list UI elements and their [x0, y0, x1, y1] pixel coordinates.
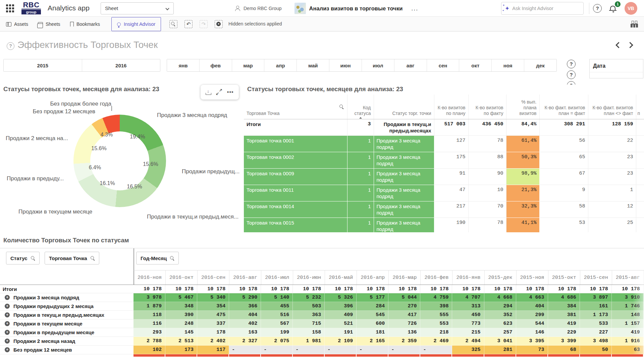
pivot-col-header-12[interactable]: 2015-ноя: [517, 270, 548, 285]
sheets-button[interactable]: Sheets: [36, 17, 62, 31]
table-cell-status[interactable]: Продажи 3 месяца подряд: [374, 135, 434, 152]
pivot-col-header-1[interactable]: 2016-окт: [166, 270, 198, 285]
smart-search-button[interactable]: [169, 20, 177, 28]
table-cell-name[interactable]: Торговая точка 0014: [244, 201, 347, 218]
table-cell-code[interactable]: 1: [347, 168, 374, 185]
pivot-col-header-15[interactable]: 2015-авг: [612, 270, 644, 285]
pivot-col-header-2[interactable]: 2016-сен: [198, 270, 229, 285]
pivot-row-label[interactable]: +Продажи в предыдущем месяце: [0, 328, 133, 337]
previous-sheet-button[interactable]: [615, 42, 622, 48]
table-col-header-6[interactable]: К-во факт. визитов план = факт: [539, 95, 588, 119]
expand-row-icon[interactable]: +: [5, 347, 10, 352]
table-col-header-4[interactable]: К-во визитов по факту: [468, 95, 506, 119]
pivot-col-button[interactable]: Год-Месяц: [136, 252, 179, 264]
month-filter-6[interactable]: июн: [329, 59, 362, 71]
pivot-col-header-11[interactable]: 2015-дек: [485, 270, 517, 285]
help-icon[interactable]: ?: [593, 4, 602, 13]
more-options-icon[interactable]: •••: [227, 89, 234, 95]
expand-icon[interactable]: [216, 89, 222, 95]
month-filter-4[interactable]: апр: [264, 59, 297, 71]
table-cell-name[interactable]: Торговая точка 0001: [244, 135, 347, 152]
table-col-header-3[interactable]: К-во визитов по плану: [434, 95, 468, 119]
month-filter-11[interactable]: ноя: [492, 59, 524, 71]
table-cell-status[interactable]: Продажи 3 месяца подряд: [374, 185, 434, 201]
step-back-button[interactable]: ↶: [184, 20, 193, 28]
table-cell-status[interactable]: Продажи 3 месяца подряд: [374, 168, 434, 185]
ask-insight-advisor-input[interactable]: [512, 6, 569, 11]
pivot-row-label[interactable]: +Продажи предыдущих 2 месяца: [0, 302, 133, 311]
status-table[interactable]: Торговая ТочкаКод статусаСтатус торг. то…: [244, 95, 644, 232]
month-filter-10[interactable]: окт: [459, 59, 492, 71]
notifications-bell-icon[interactable]: 1: [609, 4, 619, 13]
app-grid-menu-icon[interactable]: [6, 4, 14, 12]
table-col-header-2[interactable]: Статус торг. точки: [374, 95, 434, 119]
expand-row-icon[interactable]: +: [5, 330, 10, 335]
table-cell-code[interactable]: 1: [347, 135, 374, 152]
month-filter-2[interactable]: фев: [200, 59, 232, 71]
month-filter-3[interactable]: мар: [232, 59, 265, 71]
month-filter-9[interactable]: сен: [427, 59, 460, 71]
year-filter-2016[interactable]: 2016: [82, 59, 160, 71]
table-cell-code[interactable]: 1: [347, 185, 374, 201]
pivot-col-header-13[interactable]: 2015-окт: [548, 270, 580, 285]
month-filter-12[interactable]: дек: [524, 59, 556, 71]
clear-selections-button[interactable]: ✕: [215, 20, 223, 28]
sheet-grid-view-icon[interactable]: [631, 21, 638, 27]
filter-help-icon-1[interactable]: ?: [567, 60, 576, 68]
month-filter-7[interactable]: июл: [362, 59, 394, 71]
pivot-row-label[interactable]: +Без продаж 12 месяцев: [0, 346, 133, 354]
filter-help-icon-2[interactable]: ?: [567, 70, 576, 79]
ask-insight-advisor-box[interactable]: ✦: [501, 2, 584, 15]
month-filter-8[interactable]: авг: [394, 59, 427, 71]
table-col-header-5[interactable]: % вып. плана визитов: [506, 95, 539, 119]
pivot-col-header-5[interactable]: 2016-июн: [293, 270, 325, 285]
pivot-col-header-4[interactable]: 2016-июл: [261, 270, 293, 285]
expand-row-icon[interactable]: +: [5, 312, 10, 317]
step-forward-button[interactable]: ↷: [200, 20, 208, 28]
pivot-col-header-14[interactable]: 2015-сен: [580, 270, 612, 285]
pivot-row-label[interactable]: +Продажи 3 месяца подряд: [0, 293, 133, 302]
insight-advisor-button[interactable]: Insight Advisor: [111, 17, 161, 31]
pivot-row-label[interactable]: +Продажи 2 месяца назад: [0, 337, 133, 346]
table-cell-name[interactable]: Торговая точка 0002: [244, 152, 347, 168]
sheet-selector-dropdown[interactable]: Sheet: [101, 2, 174, 14]
table-col-header-0[interactable]: Торговая Точка: [244, 95, 347, 119]
table-cell-status[interactable]: Продажи 3 месяца подряд: [374, 152, 434, 168]
table-col-header-1[interactable]: Код статуса: [347, 95, 374, 119]
pivot-col-header-6[interactable]: 2016-май: [325, 270, 357, 285]
pivot-dim-button-1[interactable]: Торговая Точка: [45, 252, 99, 264]
table-cell-status[interactable]: Продажи 3 месяца подряд: [374, 201, 434, 218]
table-cell-name[interactable]: Торговая точка 0015: [244, 218, 347, 232]
pivot-col-header-0[interactable]: 2016-ноя: [134, 270, 166, 285]
table-cell-status[interactable]: Продажи 3 месяца подряд: [374, 218, 434, 232]
pivot-col-header-10[interactable]: 2016-янв: [452, 270, 484, 285]
table-cell-code[interactable]: 1: [347, 201, 374, 218]
expand-row-icon[interactable]: +: [5, 321, 10, 326]
pivot-col-header-3[interactable]: 2016-авг: [229, 270, 261, 285]
assets-button[interactable]: Assets: [4, 17, 30, 31]
pivot-col-header-9[interactable]: 2016-фев: [421, 270, 452, 285]
search-icon[interactable]: [91, 256, 95, 260]
search-icon[interactable]: [339, 105, 344, 109]
pivot-col-header-8[interactable]: 2016-мар: [389, 270, 421, 285]
table-col-header-7[interactable]: К-во факт. визитов план <> факт: [588, 95, 636, 119]
date-listbox[interactable]: Дата: [589, 59, 643, 78]
pivot-row-label[interactable]: +Продажи в текущ.и предыд.месяцах: [0, 311, 133, 319]
document-more-button[interactable]: ...: [411, 5, 418, 12]
pivot-dim-button-0[interactable]: Статус: [6, 252, 40, 264]
table-cell-code[interactable]: 1: [347, 218, 374, 232]
download-icon[interactable]: [206, 89, 211, 95]
table-cell-name[interactable]: Торговая точка 0009: [244, 168, 347, 185]
expand-row-icon[interactable]: +: [5, 304, 10, 309]
expand-row-icon[interactable]: +: [5, 295, 10, 300]
month-filter-1[interactable]: янв: [167, 59, 200, 71]
search-icon[interactable]: [170, 256, 174, 260]
table-col-header-8[interactable]: п: [636, 95, 644, 119]
expand-row-icon[interactable]: +: [5, 339, 10, 344]
table-cell-code[interactable]: 1: [347, 152, 374, 168]
next-sheet-button[interactable]: [627, 42, 633, 48]
year-filter-2015[interactable]: 2015: [4, 59, 82, 71]
table-cell-name[interactable]: Торговая точка 0011: [244, 185, 347, 201]
search-icon[interactable]: [31, 256, 35, 260]
sheet-help-icon[interactable]: ?: [7, 42, 14, 50]
